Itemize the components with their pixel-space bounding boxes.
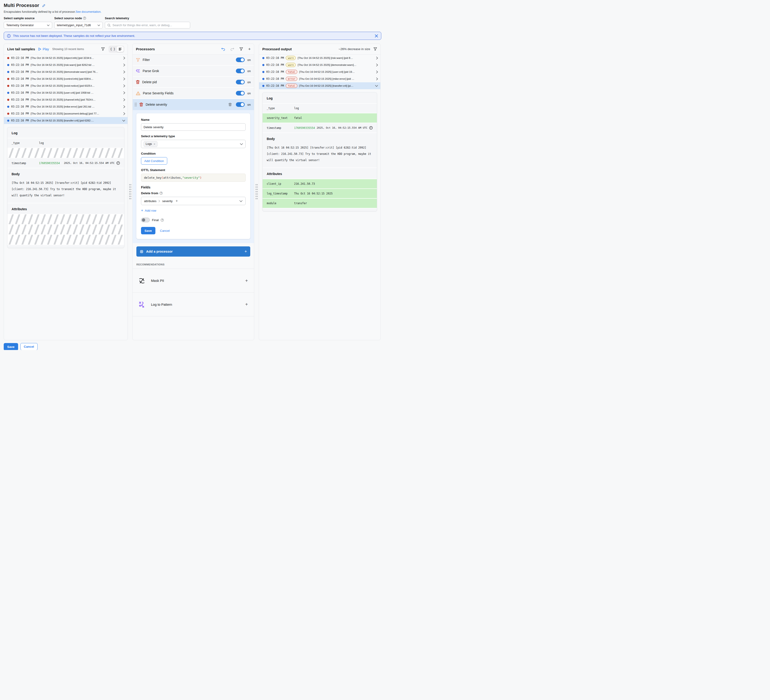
log-to-pattern-icon (139, 301, 145, 308)
panel-resize-handle[interactable] (129, 184, 131, 200)
processor-toggle[interactable] (236, 91, 245, 95)
source-node-label: Select source node (54, 16, 82, 20)
redo-icon[interactable] (230, 47, 234, 51)
add-icon[interactable]: + (245, 278, 248, 284)
workspace: Live tail samples Play Showing 10 recent… (4, 44, 381, 340)
recommendation-mask-pii[interactable]: Mask PII + (133, 269, 254, 292)
filter-icon[interactable] (239, 47, 243, 51)
chevron-right-icon (123, 98, 125, 101)
add-condition-button[interactable]: Add Condition (141, 157, 167, 165)
telemetry-type-select[interactable]: Logs × (141, 140, 246, 148)
filter-icon[interactable] (101, 47, 105, 51)
processor-toggle[interactable] (236, 80, 245, 84)
view-mode-toggle: { } (108, 46, 124, 53)
delete-processor-icon[interactable] (228, 103, 232, 106)
trash-icon (139, 102, 143, 106)
chevron-right-icon (159, 200, 160, 202)
processor-row[interactable]: Filter on (133, 55, 254, 66)
add-icon[interactable]: + (245, 302, 248, 307)
chevron-right-icon (123, 56, 125, 60)
live-tail-panel: Live tail samples Play Showing 10 recent… (4, 44, 128, 340)
search-icon (107, 24, 111, 27)
timestamp-row: timestamp 1760590335554 2025, Oct 16, 04… (7, 158, 124, 168)
editor-cancel-button[interactable]: Cancel (160, 229, 170, 232)
ottl-statement: delete_key(attributes, "severity") (141, 174, 246, 182)
search-placeholder: Search for things like error, warn, or d… (113, 23, 188, 27)
sample-source-select[interactable]: Telemetry Generator (4, 22, 52, 29)
status-dot (262, 85, 264, 87)
output-row[interactable]: 03:22:16 PM fatal [Thu Oct 16 04:52:15 2… (259, 68, 380, 75)
add-icon[interactable]: + (248, 47, 251, 51)
chevron-down-icon (239, 200, 243, 202)
recent-items-count: Showing 10 recent items (52, 47, 84, 51)
type-row: _type log (262, 103, 377, 113)
processor-name-input[interactable] (141, 123, 246, 131)
live-tail-title: Live tail samples (7, 47, 35, 51)
add-row-button[interactable]: + Add row (141, 208, 156, 213)
log-row[interactable]: 03:22:16 PM [Thu Oct 16 04:52:15 2025] [… (4, 103, 128, 110)
status-dot (7, 71, 9, 73)
edit-title-icon[interactable] (42, 4, 46, 7)
grok-icon (136, 69, 140, 73)
remove-chip-icon[interactable]: × (154, 142, 155, 146)
page-header: Multi Processor Encapsulates functionali… (0, 0, 385, 29)
fields-label: Fields (141, 185, 246, 189)
deployment-warning-banner: This source has not been deployed. These… (4, 32, 381, 40)
severity-text-row: severity_text fatal (262, 113, 377, 123)
drag-handle-icon[interactable] (134, 102, 137, 106)
chevron-right-icon (376, 71, 378, 74)
chevron-right-icon (123, 105, 125, 108)
log-row[interactable]: 03:22:16 PM [Thu Oct 16 04:52:15 2025] [… (4, 68, 128, 75)
status-dot (7, 99, 9, 101)
log-row[interactable]: 03:22:16 PM [Thu Oct 16 04:52:15 2025] [… (4, 75, 128, 82)
source-node-select[interactable]: telemetrygen_input_71d6 (54, 22, 103, 29)
status-dot (7, 92, 9, 94)
processed-output-panel: Processed output ~26% decrease in size 0… (259, 44, 380, 340)
add-processor-button[interactable]: Add a processor + (136, 247, 250, 256)
json-view-button[interactable]: { } (109, 46, 116, 52)
play-button[interactable]: Play (38, 47, 49, 51)
processor-row[interactable]: Parse Severity Fields on (133, 88, 254, 99)
log-row[interactable]: 03:22:16 PM [Thu Oct 16 04:52:15 2025] [… (4, 110, 128, 117)
help-icon: ? (161, 219, 164, 222)
delete-from-select[interactable]: attributes severity + (141, 197, 246, 205)
recommendation-log-to-pattern[interactable]: Log to Pattern + (133, 292, 254, 316)
editor-save-button[interactable]: Save (141, 227, 155, 234)
chevron-right-icon (376, 56, 378, 60)
output-row[interactable]: 03:22:16 PM warn [Thu Oct 16 04:52:15 20… (259, 55, 380, 61)
cancel-button[interactable]: Cancel (20, 343, 37, 350)
undo-icon[interactable] (221, 47, 225, 51)
condition-label: Condition (141, 152, 246, 155)
page-subtitle: Encapsulates functionality defined by a … (4, 10, 381, 13)
output-row[interactable]: 03:22:16 PM warn [Thu Oct 16 04:52:15 20… (259, 61, 380, 68)
processor-toggle[interactable] (236, 102, 245, 107)
log-row[interactable]: 03:22:16 PM [Thu Oct 16 04:52:15 2025] [… (4, 61, 128, 68)
attributes-section-heading: Attributes (262, 168, 377, 179)
processor-row[interactable]: Parse Grok on (133, 66, 254, 77)
save-button[interactable]: Save (4, 343, 18, 350)
processor-row[interactable]: Delete pid on (133, 77, 254, 88)
panel-resize-handle[interactable] (256, 184, 258, 200)
log-row[interactable]: 03:22:16 PM [Thu Oct 16 04:52:15 2025] [… (4, 89, 128, 96)
processor-toggle[interactable] (236, 58, 245, 62)
status-dot (7, 78, 9, 80)
list-view-button[interactable] (116, 46, 124, 52)
output-row[interactable]: 03:22:16 PM error [Thu Oct 16 04:52:15 2… (259, 75, 380, 82)
log-row[interactable]: 03:22:16 PM [Thu Oct 16 04:52:15 2025] [… (4, 82, 128, 89)
final-toggle[interactable] (141, 218, 150, 222)
search-telemetry-field: Search telemetry Search for things like … (105, 16, 190, 29)
processor-row-selected[interactable]: Delete severity on (133, 99, 254, 110)
log-row[interactable]: 03:22:16 PM [Thu Oct 16 04:52:15 2025] [… (4, 96, 128, 103)
log-row-selected[interactable]: 03:22:16 PM [Thu Oct 16 04:52:15 2025] [… (4, 117, 128, 124)
add-icon: + (244, 249, 247, 254)
add-path-icon[interactable]: + (176, 199, 178, 203)
search-input[interactable]: Search for things like error, warn, or d… (105, 22, 190, 29)
severity-badge: warn (286, 56, 296, 60)
see-documentation-link[interactable]: See documentation. (76, 10, 101, 13)
processor-toggle[interactable] (236, 69, 245, 73)
output-row-selected[interactable]: 03:22:16 PM fatal [Thu Oct 16 04:52:15 2… (259, 82, 380, 89)
close-icon[interactable] (375, 34, 378, 37)
clock-icon (116, 161, 120, 165)
log-row[interactable]: 03:22:16 PM [Thu Oct 16 04:52:15 2025] [… (4, 55, 128, 61)
filter-icon[interactable] (374, 47, 377, 51)
